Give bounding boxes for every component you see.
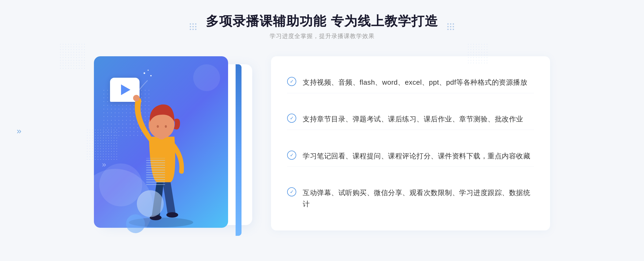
feature-item-3: ✓ 学习笔记回看、课程提问、课程评论打分、课件资料下载，重点内容收藏 [287,146,534,167]
stripe-deco [146,158,165,185]
feature-item-4: ✓ 互动弹幕、试听购买、微信分享、观看次数限制、学习进度跟踪、数据统计 [287,182,534,214]
deco-circle-bottom-left [137,190,164,217]
check-icon-2: ✓ [290,116,294,121]
svg-point-6 [165,125,167,128]
svg-point-5 [157,125,159,128]
check-circle-4: ✓ [287,187,296,196]
dot-pattern-left-bottom [86,129,118,161]
double-arrow-blue-icon: » [102,160,106,169]
check-icon-4: ✓ [290,189,294,194]
check-icon-1: ✓ [290,79,294,84]
feature-text-3: 学习笔记回看、课程提问、课程评论打分、课件资料下载，重点内容收藏 [303,151,530,162]
chevron-left-icon: » [17,126,21,136]
check-icon-3: ✓ [290,153,294,158]
svg-point-2 [166,212,178,218]
check-circle-3: ✓ [287,151,296,160]
deco-circle-blue-light [126,214,145,233]
header-decoration-right [447,23,454,30]
dot-pattern-right-top [467,43,488,64]
feature-item-2: ✓ 支持章节目录、弹题考试、课后练习、课后作业、章节测验、批改作业 [287,109,534,130]
features-panel: ✓ 支持视频、音频、flash、word、excel、ppt、pdf等各种格式的… [271,56,550,230]
dot-pattern-left-top [59,43,86,70]
content-area: » [94,51,550,244]
main-title: 多项录播课辅助功能 专为线上教学打造 [206,13,438,29]
check-circle-2: ✓ [287,114,296,123]
feature-text-1: 支持视频、音频、flash、word、excel、ppt、pdf等各种格式的资源… [303,77,527,88]
feature-item-1: ✓ 支持视频、音频、flash、word、excel、ppt、pdf等各种格式的… [287,72,534,93]
check-circle-1: ✓ [287,77,296,86]
blue-sidebar-strip [236,64,241,236]
subtitle: 学习进度全掌握，提升录播课教学效果 [206,32,438,40]
header-section: 多项录播课辅助功能 专为线上教学打造 学习进度全掌握，提升录播课教学效果 [206,13,438,40]
feature-text-2: 支持章节目录、弹题考试、课后练习、课后作业、章节测验、批改作业 [303,114,523,125]
illustration-panel: » [94,56,266,238]
feature-text-4: 互动弹幕、试听购买、微信分享、观看次数限制、学习进度跟踪、数据统计 [303,187,534,210]
svg-point-7 [133,95,140,101]
sparkle-2 [148,70,149,71]
header-decoration-left [190,23,197,30]
page-container: 多项录播课辅助功能 专为线上教学打造 学习进度全掌握，提升录播课教学效果 [0,0,644,261]
